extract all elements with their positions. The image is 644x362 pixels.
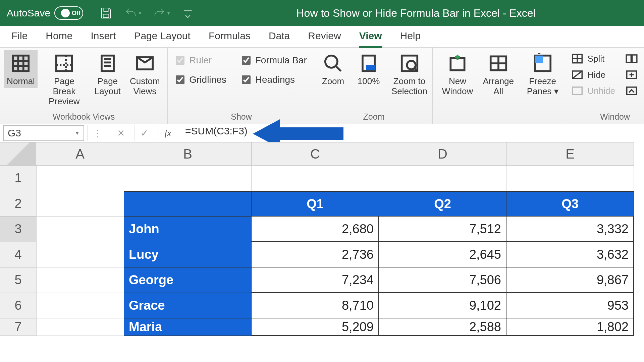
ruler-label: Ruler	[189, 55, 212, 66]
cell-d1[interactable]	[379, 166, 506, 191]
formula-bar-label: Formula Bar	[255, 55, 307, 66]
cell-c4[interactable]: 2,736	[252, 242, 379, 267]
split-icon	[571, 52, 584, 65]
cell-d2[interactable]: Q2	[379, 191, 506, 217]
headings-checkbox[interactable]: Headings	[242, 74, 307, 85]
select-all-corner[interactable]	[0, 142, 36, 166]
page-layout-button[interactable]: Page Layout	[91, 50, 124, 98]
cell-c1[interactable]	[252, 166, 379, 191]
sync-scroll-button[interactable]	[625, 68, 638, 81]
cancel-formula-button[interactable]: ✕	[111, 125, 131, 141]
zoom-100-label: 100%	[358, 76, 380, 86]
zoom-to-selection-button[interactable]: Zoom to Selection	[387, 50, 431, 98]
insert-function-button[interactable]: fx	[158, 125, 178, 141]
cell-b1[interactable]	[124, 166, 252, 191]
col-header-d[interactable]: D	[379, 142, 506, 166]
row-header-5[interactable]: 5	[0, 267, 36, 293]
cell-d7[interactable]: 2,588	[379, 318, 506, 336]
tab-formulas[interactable]: Formulas	[209, 30, 251, 44]
row-5: 5 George 7,234 7,506 9,867	[0, 267, 644, 293]
cell-a2[interactable]	[36, 191, 124, 217]
new-window-button[interactable]: New Window	[437, 50, 478, 98]
cell-b4[interactable]: Lucy	[124, 242, 252, 267]
cell-e7[interactable]: 1,802	[506, 318, 634, 336]
cell-d3[interactable]: 7,512	[379, 217, 506, 242]
undo-button[interactable]: ▾	[124, 6, 141, 20]
tab-review[interactable]: Review	[308, 30, 341, 44]
cell-a3[interactable]	[36, 217, 124, 242]
cell-d6[interactable]: 9,102	[379, 293, 506, 318]
cell-c6[interactable]: 8,710	[252, 293, 379, 318]
cell-d5[interactable]: 7,506	[379, 267, 506, 293]
unhide-button[interactable]: Unhide	[571, 84, 615, 97]
cell-b3[interactable]: John	[124, 217, 252, 242]
tab-file[interactable]: File	[11, 30, 28, 44]
tab-insert[interactable]: Insert	[91, 30, 116, 44]
hide-button[interactable]: Hide	[571, 68, 615, 81]
cell-a4[interactable]	[36, 242, 124, 267]
cell-c7[interactable]: 5,209	[252, 318, 379, 336]
col-header-e[interactable]: E	[506, 142, 634, 166]
cell-c5[interactable]: 7,234	[252, 267, 379, 293]
customize-qat-button[interactable]	[181, 6, 195, 20]
col-header-a[interactable]: A	[36, 142, 124, 166]
autosave-toggle[interactable]: Off	[54, 6, 83, 20]
cell-b2[interactable]	[124, 191, 252, 217]
formula-input[interactable]: =SUM(C3:F3)	[181, 125, 252, 141]
cell-a1[interactable]	[36, 166, 124, 191]
spreadsheet-grid[interactable]: A B C D E 1 2 Q1 Q2 Q3 3 John 2,680 7,51…	[0, 142, 644, 336]
cell-e3[interactable]: 3,332	[506, 217, 634, 242]
split-button[interactable]: Split	[571, 52, 615, 65]
row-header-1[interactable]: 1	[0, 166, 36, 191]
cell-a5[interactable]	[36, 267, 124, 293]
svg-rect-9	[450, 58, 464, 70]
cell-b6[interactable]: Grace	[124, 293, 252, 318]
cell-b5[interactable]: George	[124, 267, 252, 293]
cell-e5[interactable]: 9,867	[506, 267, 634, 293]
zoom-button[interactable]: Zoom	[316, 50, 350, 88]
tab-view[interactable]: View	[359, 30, 382, 44]
normal-view-button[interactable]: Normal	[4, 50, 38, 88]
undo-dropdown-icon[interactable]: ▾	[139, 10, 141, 16]
gridlines-checkbox[interactable]: Gridlines	[176, 74, 226, 85]
tab-page-layout[interactable]: Page Layout	[134, 30, 190, 44]
arrange-all-button[interactable]: Arrange All	[480, 50, 517, 98]
cell-a7[interactable]	[36, 318, 124, 336]
cell-d4[interactable]: 2,645	[379, 242, 506, 267]
name-box-dropdown-icon[interactable]: ▼	[75, 130, 79, 136]
autosave-knob	[61, 9, 70, 17]
tab-home[interactable]: Home	[46, 30, 72, 44]
cell-e6[interactable]: 953	[506, 293, 634, 318]
cell-e1[interactable]	[506, 166, 634, 191]
row-header-7[interactable]: 7	[0, 318, 36, 336]
normal-label: Normal	[7, 76, 35, 86]
formula-bar-checkbox[interactable]: Formula Bar	[242, 55, 307, 66]
freeze-panes-button[interactable]: * Freeze Panes ▾	[519, 50, 567, 98]
tab-help[interactable]: Help	[400, 30, 421, 44]
cell-e2[interactable]: Q3	[506, 191, 634, 217]
view-side-by-side-button[interactable]	[625, 52, 638, 65]
page-break-preview-button[interactable]: Page Break Preview	[40, 50, 89, 108]
custom-views-button[interactable]: Custom Views	[126, 50, 163, 98]
save-button[interactable]	[99, 6, 113, 20]
redo-button[interactable]: ▾	[153, 6, 170, 20]
cell-c3[interactable]: 2,680	[252, 217, 379, 242]
name-box[interactable]: G3 ▼	[3, 125, 84, 141]
row-header-3[interactable]: 3	[0, 217, 36, 242]
cell-b7[interactable]: Maria	[124, 318, 252, 336]
row-header-6[interactable]: 6	[0, 293, 36, 318]
reset-window-button[interactable]	[625, 84, 638, 97]
tab-data[interactable]: Data	[269, 30, 290, 44]
cell-a6[interactable]	[36, 293, 124, 318]
cell-c2[interactable]: Q1	[252, 191, 379, 217]
row-header-2[interactable]: 2	[0, 191, 36, 217]
redo-dropdown-icon[interactable]: ▾	[167, 10, 170, 16]
zoom-100-button[interactable]: 100%	[352, 50, 385, 88]
ruler-checkbox[interactable]: Ruler	[176, 55, 226, 66]
row-header-4[interactable]: 4	[0, 242, 36, 267]
col-header-b[interactable]: B	[124, 142, 252, 166]
enter-formula-button[interactable]: ✓	[134, 125, 154, 141]
cell-e4[interactable]: 3,632	[506, 242, 634, 267]
col-header-c[interactable]: C	[252, 142, 379, 166]
sync-scroll-icon	[625, 68, 638, 81]
